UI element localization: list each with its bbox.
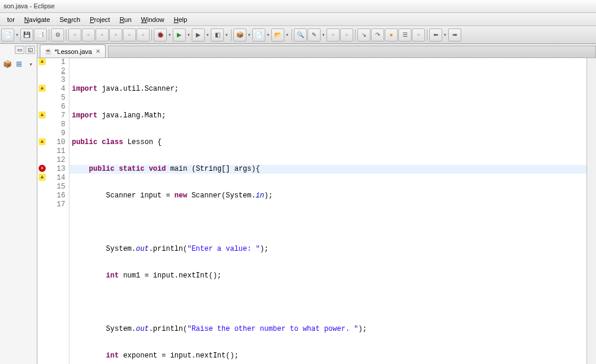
window-titlebar: son.java - Eclipse — [0, 0, 596, 13]
tool-open[interactable]: 📂 — [271, 28, 284, 41]
menu-run[interactable]: Run — [115, 14, 136, 25]
toolbar-separator — [355, 29, 356, 41]
line-number: 1 — [47, 58, 65, 67]
error-marker-icon[interactable]: ✕ — [39, 165, 46, 172]
tool-run-dd[interactable]: ▾ — [186, 28, 191, 41]
warning-marker-icon[interactable]: ▲ — [39, 58, 46, 65]
tool-build[interactable]: ⚙ — [51, 28, 64, 41]
tool-g[interactable]: ▫ — [326, 28, 340, 41]
restore-view-button[interactable]: ◱ — [26, 46, 35, 54]
tool-saveall[interactable]: 📑 — [34, 28, 47, 41]
tool-open-dd[interactable]: ▾ — [285, 28, 290, 41]
tool-new-dd[interactable]: ▾ — [15, 28, 20, 41]
side-panel: ▭ ◱ 📦 ⊞ ▾ — [0, 44, 37, 364]
toolbar-separator — [291, 29, 292, 41]
tool-save[interactable]: 💾 — [20, 28, 33, 41]
tool-task-dd[interactable]: ▾ — [321, 28, 326, 41]
tool-newpkg[interactable]: 📦 — [233, 28, 246, 41]
line-number: 14 — [47, 174, 65, 183]
code-content[interactable]: import java.util.Scanner; import java.la… — [69, 58, 596, 364]
line-number: 13 — [47, 165, 65, 174]
menubar: tor Navigate Search Project Run Window H… — [0, 13, 596, 26]
tool-runlast[interactable]: ▶ — [192, 28, 205, 41]
tool-stepinto[interactable]: ↘ — [357, 28, 370, 41]
line-number: 10 — [47, 138, 65, 147]
vertical-scrollbar[interactable] — [587, 58, 596, 364]
toolbar: 📄▾ 💾 📑 ⚙ ▫ ▫ ▫ ▫ ▫ ▫ 🐞▾ ▶▾ ▶▾ ◧▾ 📦▾ 📄▾ 📂… — [0, 26, 596, 44]
line-number: 6 — [47, 103, 65, 111]
tool-d[interactable]: ▫ — [109, 28, 122, 41]
line-number: 8 — [47, 120, 65, 129]
tool-stepout[interactable]: ● — [385, 28, 398, 41]
tool-fwd[interactable]: ➡ — [448, 28, 461, 41]
line-number: 7 — [47, 111, 65, 120]
tool-newpkg-dd[interactable]: ▾ — [247, 28, 252, 41]
tool-f[interactable]: ▫ — [137, 28, 150, 41]
tool-run[interactable]: ▶ — [173, 28, 186, 41]
menu-project[interactable]: Project — [85, 14, 115, 25]
tool-ext-dd[interactable]: ▾ — [224, 28, 229, 41]
tool-c[interactable]: ▫ — [96, 28, 109, 41]
code-editor[interactable]: ▲ ▲ ▲ ▲ ✕ ▲ 1 2 3 4 5 6 7 8 9 10 11 12 1… — [37, 58, 596, 364]
warning-marker-icon[interactable]: ▲ — [39, 111, 46, 119]
line-number: 5 — [47, 94, 65, 103]
menu-window[interactable]: Window — [137, 14, 169, 25]
editor-tab-lesson[interactable]: ☕ *Lesson.java ✕ — [40, 44, 106, 58]
close-tab-icon[interactable]: ✕ — [94, 48, 102, 55]
tool-runlast-dd[interactable]: ▾ — [205, 28, 210, 41]
line-number: 17 — [47, 200, 65, 209]
tool-stepover[interactable]: ↷ — [371, 28, 384, 41]
tool-debug[interactable]: 🐞 — [154, 28, 167, 41]
editor-panel: ☕ *Lesson.java ✕ ▲ ▲ ▲ ▲ ✕ ▲ 1 2 3 4 5 6 — [37, 44, 596, 364]
java-file-icon: ☕ — [44, 47, 52, 56]
line-number: 15 — [47, 183, 65, 191]
tool-task[interactable]: ✎ — [307, 28, 321, 41]
line-number: 3 — [47, 76, 65, 85]
menu-search[interactable]: Search — [55, 14, 85, 25]
tool-search2[interactable]: 🔍 — [294, 28, 307, 41]
toolbar-separator — [49, 29, 49, 41]
tab-label: *Lesson.java — [55, 48, 92, 55]
minimize-view-button[interactable]: ▭ — [15, 46, 24, 54]
tool-a[interactable]: ▫ — [68, 28, 81, 41]
line-number-gutter: 1 2 3 4 5 6 7 8 9 10 11 12 13 14 15 16 1… — [47, 58, 69, 364]
menu-help[interactable]: Help — [169, 14, 192, 25]
line-number: 2 — [47, 67, 65, 76]
tool-b[interactable]: ▫ — [82, 28, 95, 41]
line-number: 12 — [47, 156, 65, 165]
editor-tab-row: ☕ *Lesson.java ✕ — [37, 44, 596, 58]
menu-editor[interactable]: tor — [2, 14, 20, 25]
tool-h[interactable]: ▫ — [340, 28, 353, 41]
warning-marker-icon[interactable]: ▲ — [39, 85, 46, 92]
menu-navigate[interactable]: Navigate — [20, 14, 55, 25]
line-number: 11 — [47, 147, 65, 156]
warning-marker-icon[interactable]: ▲ — [39, 138, 46, 145]
tool-resume[interactable]: ☰ — [398, 28, 411, 41]
view-menu-icon[interactable]: ▾ — [26, 59, 36, 69]
tool-newclass[interactable]: 📄 — [252, 28, 265, 41]
tool-newclass-dd[interactable]: ▾ — [266, 28, 271, 41]
main-area: ▭ ◱ 📦 ⊞ ▾ ☕ *Lesson.java ✕ ▲ ▲ ▲ ▲ ✕ — [0, 44, 596, 364]
tool-debug-dd[interactable]: ▾ — [167, 28, 172, 41]
toolbar-separator — [231, 29, 232, 41]
tool-i[interactable]: ▫ — [412, 28, 425, 41]
line-number: 4 — [47, 85, 65, 94]
tool-back-dd[interactable]: ▾ — [443, 28, 448, 41]
line-number: 16 — [47, 191, 65, 200]
window-title: son.java - Eclipse — [4, 2, 55, 9]
toolbar-separator — [66, 29, 66, 41]
hierarchy-icon[interactable]: ⊞ — [14, 59, 24, 69]
marker-column: ▲ ▲ ▲ ▲ ✕ ▲ — [37, 58, 47, 364]
tool-ext[interactable]: ◧ — [211, 28, 224, 41]
package-explorer-icon[interactable]: 📦 — [2, 59, 12, 69]
tool-back[interactable]: ⬅ — [429, 28, 442, 41]
line-number: 9 — [47, 129, 65, 138]
warning-marker-icon[interactable]: ▲ — [39, 174, 46, 181]
tab-strip — [108, 46, 596, 58]
tool-new[interactable]: 📄 — [1, 28, 14, 41]
toolbar-separator — [151, 29, 152, 41]
toolbar-separator — [427, 29, 427, 41]
tool-e[interactable]: ▫ — [123, 28, 136, 41]
